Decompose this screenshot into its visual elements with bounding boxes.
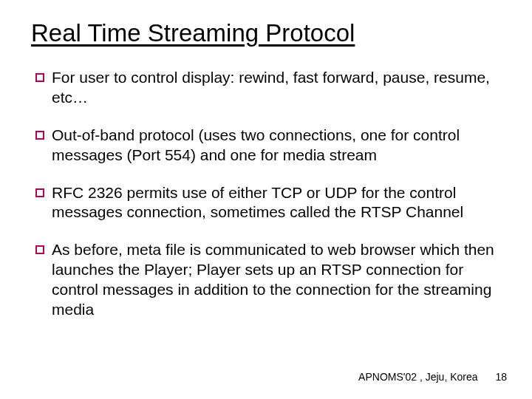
slide: Real Time Streaming Protocol For user to… [0,0,532,399]
bullet-list: For user to control display: rewind, fas… [31,68,501,320]
bullet-icon [35,245,44,254]
list-item: RFC 2326 permits use of either TCP or UD… [35,183,501,223]
bullet-icon [35,73,44,82]
page-number: 18 [495,371,507,383]
list-item: Out-of-band protocol (uses two connectio… [35,126,501,166]
list-item: For user to control display: rewind, fas… [35,68,501,108]
bullet-icon [35,131,44,140]
footer-venue: APNOMS'02 , Jeju, Korea [358,371,477,383]
bullet-text: Out-of-band protocol (uses two connectio… [52,126,501,166]
bullet-icon [35,188,44,197]
bullet-text: For user to control display: rewind, fas… [52,68,501,108]
bullet-text: As before, meta file is communicated to … [52,240,501,320]
slide-footer: APNOMS'02 , Jeju, Korea 18 [358,371,507,383]
slide-title: Real Time Streaming Protocol [31,19,501,47]
bullet-text: RFC 2326 permits use of either TCP or UD… [52,183,501,223]
list-item: As before, meta file is communicated to … [35,240,501,320]
